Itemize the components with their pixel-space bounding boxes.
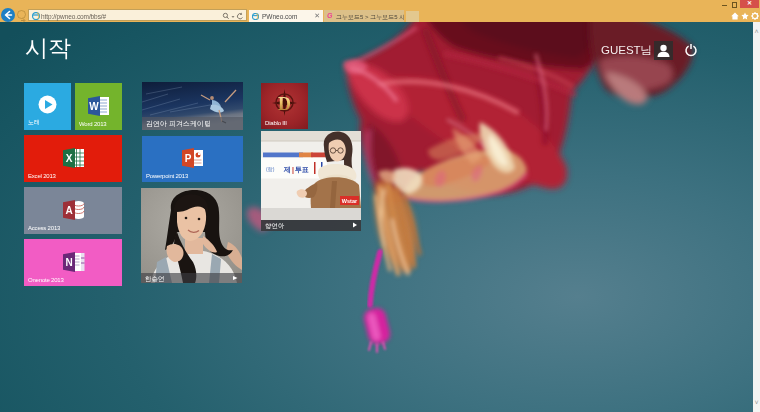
svg-text:향연아: 향연아 xyxy=(265,222,285,230)
svg-text:A: A xyxy=(65,205,72,216)
svg-text:N: N xyxy=(65,257,72,268)
svg-text:P: P xyxy=(185,153,192,164)
svg-text:한승연: 한승연 xyxy=(145,275,165,282)
svg-text:X: X xyxy=(66,153,73,164)
svg-text:제: 제 xyxy=(283,166,291,174)
svg-text:(항): (항) xyxy=(266,166,275,173)
svg-text:W: W xyxy=(89,101,99,112)
svg-text:Wstar: Wstar xyxy=(342,198,358,204)
svg-text:|: | xyxy=(292,166,294,174)
svg-text:D: D xyxy=(278,94,291,114)
svg-text:김연아 피겨스케이팅: 김연아 피겨스케이팅 xyxy=(146,120,211,128)
svg-text:투표: 투표 xyxy=(295,166,309,174)
